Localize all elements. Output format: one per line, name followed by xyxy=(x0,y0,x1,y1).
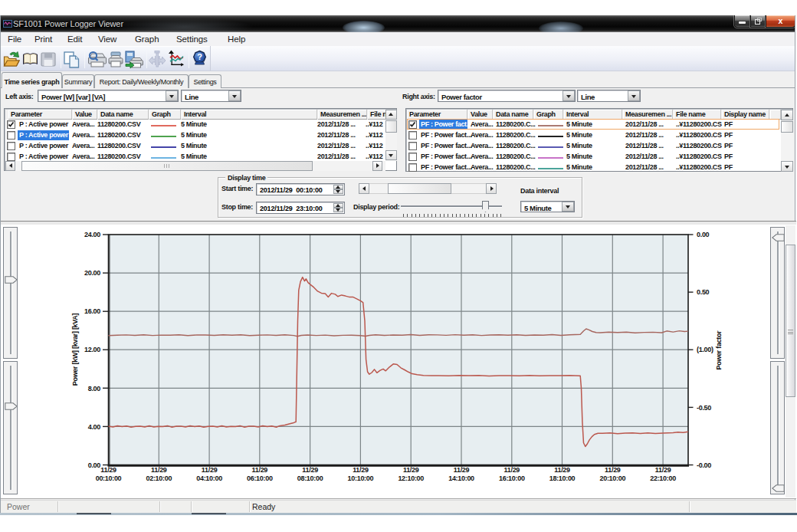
svg-text:00:10:00: 00:10:00 xyxy=(96,475,122,482)
svg-text:16:10:00: 16:10:00 xyxy=(499,475,525,482)
svg-text:20.00: 20.00 xyxy=(84,269,100,277)
svg-text:12.00: 12.00 xyxy=(84,346,100,353)
svg-text:04:10:00: 04:10:00 xyxy=(196,475,222,482)
svg-text:11/29: 11/29 xyxy=(100,466,116,474)
svg-text:02:10:00: 02:10:00 xyxy=(146,475,172,482)
svg-text:4.00: 4.00 xyxy=(88,423,101,431)
svg-text:11/29: 11/29 xyxy=(554,466,570,474)
svg-text:?: ? xyxy=(197,52,202,61)
svg-text:-0.50: -0.50 xyxy=(697,404,711,412)
svg-text:0.00: 0.00 xyxy=(697,231,710,238)
svg-text:Power [kW] [kvar] [kVA]: Power [kW] [kvar] [kVA] xyxy=(71,313,79,386)
svg-text:11/29: 11/29 xyxy=(655,466,671,474)
svg-text:20:10:00: 20:10:00 xyxy=(599,475,625,482)
svg-text:11/29: 11/29 xyxy=(403,466,419,474)
svg-text:11/29: 11/29 xyxy=(302,466,318,474)
svg-text:11/29: 11/29 xyxy=(353,466,369,474)
svg-text:0.00: 0.00 xyxy=(88,461,101,469)
svg-text:11/29: 11/29 xyxy=(202,466,218,474)
svg-text:18:10:00: 18:10:00 xyxy=(549,475,576,482)
svg-text:8.00: 8.00 xyxy=(88,385,101,392)
svg-text:11/29: 11/29 xyxy=(454,466,470,474)
svg-text:24.00: 24.00 xyxy=(84,231,100,238)
svg-text:11/29: 11/29 xyxy=(605,466,621,474)
svg-text:14:10:00: 14:10:00 xyxy=(448,475,474,482)
svg-text:06:10:00: 06:10:00 xyxy=(247,475,273,482)
svg-text:11/29: 11/29 xyxy=(151,466,167,474)
svg-text:11/29: 11/29 xyxy=(252,466,268,474)
svg-text:16.00: 16.00 xyxy=(84,307,100,315)
svg-text:Power factor: Power factor xyxy=(715,330,723,370)
svg-text:12:10:00: 12:10:00 xyxy=(398,475,424,482)
svg-text:-0.00: -0.00 xyxy=(697,461,711,469)
svg-text:(1.00): (1.00) xyxy=(697,346,713,353)
svg-text:08:10:00: 08:10:00 xyxy=(297,475,323,482)
svg-text:11/29: 11/29 xyxy=(504,466,520,474)
svg-text:22:10:00: 22:10:00 xyxy=(650,475,676,482)
svg-text:0.50: 0.50 xyxy=(697,288,710,296)
svg-text:10:10:00: 10:10:00 xyxy=(348,475,374,482)
